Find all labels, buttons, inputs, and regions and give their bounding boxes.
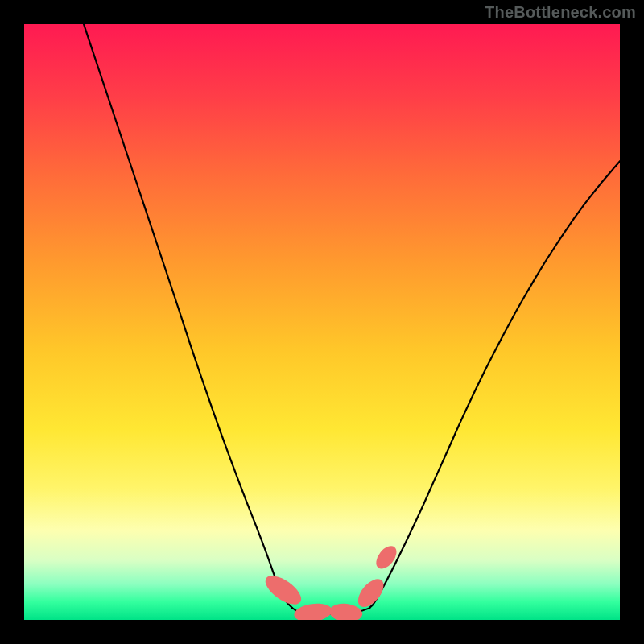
bottleneck-marker-3 bbox=[353, 575, 389, 612]
bottleneck-marker-4 bbox=[372, 543, 400, 573]
curve-layer bbox=[84, 24, 620, 615]
series-floor-segment bbox=[292, 608, 369, 614]
bottleneck-marker-1 bbox=[293, 601, 333, 620]
bottleneck-marker-0 bbox=[261, 570, 306, 609]
chart-svg bbox=[24, 24, 620, 620]
series-right-curve bbox=[369, 161, 620, 608]
chart-plot-area bbox=[24, 24, 620, 620]
marker-layer bbox=[261, 543, 401, 620]
watermark-text: TheBottleneck.com bbox=[485, 3, 636, 22]
bottleneck-marker-2 bbox=[328, 602, 364, 620]
series-left-curve bbox=[84, 24, 292, 608]
outer-frame: TheBottleneck.com bbox=[0, 0, 644, 644]
